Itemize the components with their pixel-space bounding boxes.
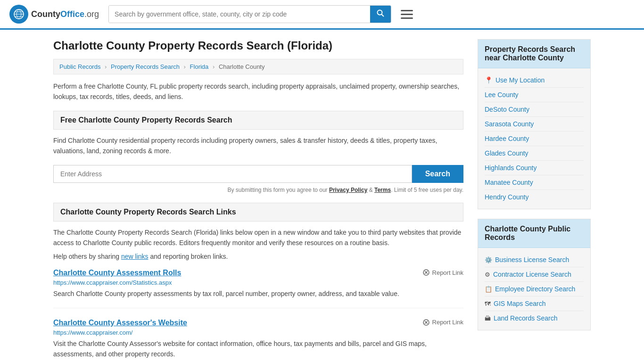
highlands-county-link[interactable]: Highlands County (485, 164, 537, 172)
record-item-0: Charlotte County Assessment Rolls Report… (53, 269, 463, 308)
sidebar-item-hardee[interactable]: Hardee County (485, 132, 584, 146)
breadcrumb-florida[interactable]: Florida (190, 63, 209, 70)
page-title: Charlotte County Property Records Search… (53, 39, 463, 52)
terms-link[interactable]: Terms (374, 187, 391, 193)
public-records-box: Charlotte County Public Records ⚙️ Busin… (478, 219, 591, 330)
sidebar-item-contractor-license[interactable]: ⚙ Contractor License Search (485, 267, 584, 282)
page-description: Perform a free Charlotte County, FL publ… (53, 81, 463, 102)
record-title-1[interactable]: Charlotte County Assessor's Website (53, 319, 187, 327)
nearby-counties-body: 📍 Use My Location Lee County DeSoto Coun… (478, 68, 590, 209)
sidebar-item-sarasota[interactable]: Sarasota County (485, 117, 584, 132)
breadcrumb-property-records[interactable]: Property Records Search (111, 63, 180, 70)
sidebar-item-employee-directory[interactable]: 📋 Employee Directory Search (485, 282, 584, 296)
lee-county-link[interactable]: Lee County (485, 91, 519, 99)
links-description: The Charlotte County Property Records Se… (53, 227, 463, 248)
sidebar: Property Records Search near Charlotte C… (478, 39, 591, 362)
global-search-input[interactable] (109, 6, 370, 23)
record-item-1: Charlotte County Assessor's Website Repo… (53, 319, 463, 362)
logo-icon (9, 5, 28, 24)
gis-maps-link[interactable]: GIS Maps Search (494, 300, 546, 307)
desoto-county-link[interactable]: DeSoto County (485, 106, 529, 113)
privacy-policy-link[interactable]: Privacy Policy (329, 187, 367, 193)
land-records-link[interactable]: Land Records Search (494, 314, 557, 322)
report-label-1: Report Link (432, 319, 463, 326)
report-link-btn-1[interactable]: Report Link (422, 319, 463, 326)
address-search-button[interactable]: Search (412, 165, 463, 183)
free-search-header: Free Charlotte County Property Records S… (53, 111, 463, 130)
book-icon: 📋 (485, 286, 492, 293)
sidebar-item-highlands[interactable]: Highlands County (485, 161, 584, 175)
global-search-button[interactable] (370, 6, 391, 23)
sidebar-item-land-records[interactable]: 🏔 Land Records Search (485, 311, 584, 325)
record-title-0[interactable]: Charlotte County Assessment Rolls (53, 269, 181, 277)
report-label-0: Report Link (432, 269, 463, 276)
global-search-bar[interactable] (108, 5, 391, 23)
contractor-license-link[interactable]: Contractor License Search (493, 271, 571, 278)
address-search-form: Search (53, 165, 463, 183)
manatee-county-link[interactable]: Manatee County (485, 179, 533, 186)
glades-county-link[interactable]: Glades County (485, 149, 528, 157)
new-links-link[interactable]: new links (121, 253, 149, 260)
sidebar-item-lee[interactable]: Lee County (485, 88, 584, 102)
links-section: Charlotte County Property Records Search… (53, 203, 463, 362)
breadcrumb-sep-2: › (184, 63, 186, 70)
sidebar-item-desoto[interactable]: DeSoto County (485, 102, 584, 117)
logo-office: Office (60, 9, 84, 19)
sidebar-item-business-license[interactable]: ⚙️ Business License Search (485, 253, 584, 267)
land-icon: 🏔 (485, 315, 491, 322)
breadcrumb: Public Records › Property Records Search… (53, 59, 463, 74)
public-records-header: Charlotte County Public Records (478, 219, 590, 248)
nearby-counties-box: Property Records Search near Charlotte C… (478, 39, 591, 209)
employee-directory-link[interactable]: Employee Directory Search (495, 285, 575, 293)
share-text: Help others by sharing new links and rep… (53, 253, 463, 260)
gear-icon: ⚙️ (485, 256, 492, 263)
breadcrumb-sep-1: › (105, 63, 107, 70)
sidebar-item-manatee[interactable]: Manatee County (485, 175, 584, 190)
logo-label: CountyOffice.org (31, 9, 99, 19)
sarasota-county-link[interactable]: Sarasota County (485, 120, 534, 128)
sidebar-use-my-location[interactable]: 📍 Use My Location (485, 73, 584, 88)
links-section-header: Charlotte County Property Records Search… (53, 203, 463, 222)
hardee-county-link[interactable]: Hardee County (485, 135, 529, 142)
use-my-location-link[interactable]: Use My Location (495, 76, 545, 84)
business-license-link[interactable]: Business License Search (495, 256, 569, 263)
logo[interactable]: CountyOffice.org (9, 5, 99, 24)
breadcrumb-current: Charlotte County (219, 63, 265, 70)
breadcrumb-public-records[interactable]: Public Records (59, 63, 100, 70)
location-dot-icon: 📍 (485, 76, 493, 84)
form-legal-text: By submitting this form you agree to our… (53, 187, 463, 193)
report-link-btn-0[interactable]: Report Link (422, 269, 463, 276)
breadcrumb-sep-3: › (213, 63, 215, 70)
hamburger-menu-button[interactable] (401, 10, 413, 19)
main-content: Charlotte County Property Records Search… (53, 39, 463, 362)
record-url-0[interactable]: https://www.ccappraiser.com/Statistics.a… (53, 279, 463, 286)
nearby-counties-header: Property Records Search near Charlotte C… (478, 40, 590, 68)
hendry-county-link[interactable]: Hendry County (485, 193, 528, 201)
free-search-description: Find Charlotte County residential proper… (53, 135, 463, 156)
public-records-body: ⚙️ Business License Search ⚙ Contractor … (478, 248, 590, 330)
record-url-1[interactable]: https://www.ccappraiser.com/ (53, 329, 463, 336)
svg-line-5 (382, 15, 384, 17)
record-desc-1: Visit the Charlotte County Assessor's we… (53, 338, 463, 360)
sidebar-item-glades[interactable]: Glades County (485, 146, 584, 161)
map-icon: 🗺 (485, 300, 491, 307)
record-desc-0: Search Charlotte County property assessm… (53, 288, 463, 299)
sidebar-item-gis-maps[interactable]: 🗺 GIS Maps Search (485, 296, 584, 311)
site-header: CountyOffice.org (0, 0, 644, 30)
gear-sm-icon: ⚙ (485, 271, 490, 278)
svg-point-4 (378, 10, 382, 15)
address-search-input[interactable] (53, 165, 412, 183)
sidebar-item-hendry[interactable]: Hendry County (485, 190, 584, 204)
